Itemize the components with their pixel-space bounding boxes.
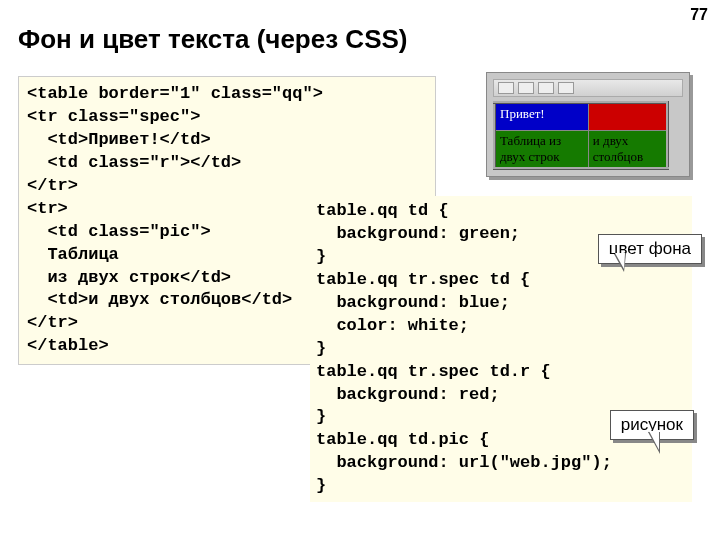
slide-title: Фон и цвет текста (через CSS) (18, 24, 720, 55)
browser-toolbar (493, 79, 683, 97)
page-number: 77 (690, 6, 708, 24)
toolbar-button (538, 82, 554, 94)
result-cell-pic: Таблица из двух строк (495, 131, 589, 169)
result-cell-red (588, 103, 667, 131)
result-table: Привет! Таблица из двух строк и двух сто… (493, 101, 669, 170)
callout-tail (649, 431, 659, 450)
toolbar-button (518, 82, 534, 94)
callout-tail (615, 253, 625, 269)
toolbar-button (558, 82, 574, 94)
browser-preview: Привет! Таблица из двух строк и двух сто… (486, 72, 690, 177)
toolbar-button (498, 82, 514, 94)
result-cell-green: и двух столбцов (588, 131, 667, 169)
result-cell-blue: Привет! (495, 103, 589, 131)
